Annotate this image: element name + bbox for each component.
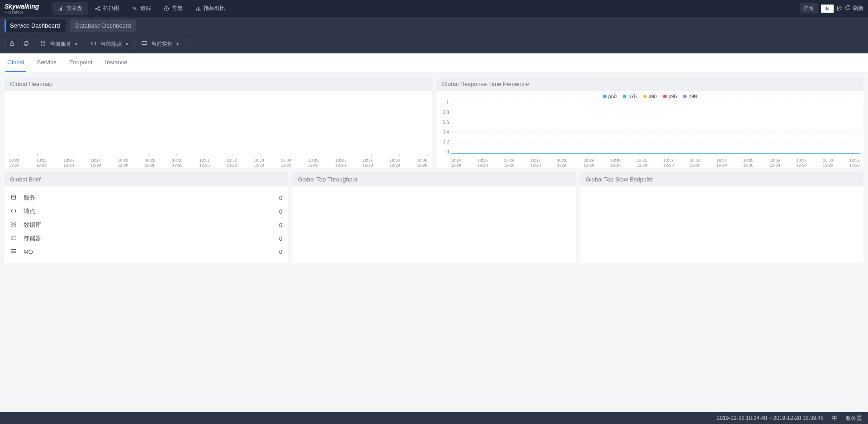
brief-value: 0 xyxy=(279,235,282,242)
auto-refresh-toggle[interactable]: 自动 xyxy=(800,3,818,14)
top-navbar: Skywalking Rocketbot 仪表盘 拓扑图 追踪 告警 指标对比 … xyxy=(0,0,868,17)
nav-label: 告警 xyxy=(172,5,183,12)
trace-icon xyxy=(132,6,138,11)
dashboard-grid: Global Heatmap 18:2412-2818:2512-2818:26… xyxy=(0,72,868,267)
brief-value: 0 xyxy=(279,195,282,201)
brief-row: MQ0 xyxy=(10,245,282,258)
x-tick: 18:3712-28 xyxy=(796,158,806,168)
x-tick: 18:2912-28 xyxy=(145,158,155,168)
tab-instance[interactable]: Instance xyxy=(103,53,129,72)
reload-button[interactable] xyxy=(19,38,33,50)
svg-point-21 xyxy=(12,195,16,196)
bar-chart-icon xyxy=(58,6,63,11)
x-tick: 18:3512-28 xyxy=(308,158,318,168)
brief-row: 数据库0 xyxy=(10,218,282,232)
tab-service-dashboard[interactable]: Service Dashboard xyxy=(5,19,66,32)
database-icon xyxy=(10,194,17,202)
x-tick: 18:2412-28 xyxy=(9,158,19,168)
brand-logo: Skywalking Rocketbot xyxy=(5,3,39,14)
brief-row: 存储器0 xyxy=(10,232,282,245)
svg-rect-17 xyxy=(10,43,14,45)
slow-body xyxy=(580,186,863,209)
selector-label: 当前服务 xyxy=(50,40,71,48)
selector-toolbar: 当前服务 ▾ 当前端点 ▾ 当前实例 ▾ xyxy=(0,34,868,53)
code-icon xyxy=(10,208,17,215)
clock-icon xyxy=(164,6,169,11)
legend-item-p99[interactable]: p99 xyxy=(683,94,697,99)
nav-trace[interactable]: 追踪 xyxy=(127,2,157,15)
svg-rect-16 xyxy=(199,9,200,10)
panel-title: Global Heatmap xyxy=(5,77,432,91)
x-tick: 18:3612-28 xyxy=(770,158,780,168)
x-tick: 18:2412-28 xyxy=(451,158,461,168)
reload-icon xyxy=(23,40,29,48)
panel-title: Global Brief xyxy=(5,172,288,186)
topbar-right: 自动 秒 刷新 xyxy=(800,3,863,14)
dashboard-type-bar: Service Dashboard Database Dashboard xyxy=(0,17,868,34)
panel-global-heatmap: Global Heatmap 18:2412-2818:2512-2818:26… xyxy=(5,77,432,168)
nav-label: 拓扑图 xyxy=(103,5,119,12)
tab-global[interactable]: Global xyxy=(5,53,26,72)
x-tick: 18:2812-28 xyxy=(557,158,568,168)
panel-title: Global Top Slow Endpoint xyxy=(580,172,863,186)
y-tick: 0 xyxy=(436,149,449,154)
x-tick: 18:3912-28 xyxy=(417,158,427,168)
x-tick: 18:3112-28 xyxy=(637,158,647,168)
selector-label: 当前端点 xyxy=(100,40,122,48)
svg-point-3 xyxy=(95,8,97,9)
brief-value: 0 xyxy=(279,248,282,255)
y-tick: 0.4 xyxy=(436,129,449,134)
legend-item-p75[interactable]: p75 xyxy=(623,94,636,99)
x-tick: 18:2512-28 xyxy=(477,158,488,168)
svg-rect-1 xyxy=(60,8,61,10)
legend-dot xyxy=(603,95,607,98)
tab-database-dashboard[interactable]: Database Dashboard xyxy=(70,19,137,32)
brief-label: 存储器 xyxy=(24,234,273,243)
panel-title: Global Top Throughput xyxy=(292,172,575,186)
legend-item-p50[interactable]: p50 xyxy=(603,94,617,99)
refresh-interval-input[interactable] xyxy=(821,5,834,13)
brief-value: 0 xyxy=(279,222,282,229)
svg-point-22 xyxy=(12,222,16,223)
svg-rect-0 xyxy=(59,9,60,10)
x-tick: 18:3512-28 xyxy=(743,158,754,168)
brief-label: 数据库 xyxy=(24,221,273,229)
nav-alarm[interactable]: 告警 xyxy=(158,2,188,15)
x-tick: 18:3212-28 xyxy=(227,158,237,168)
y-tick: 0.8 xyxy=(436,110,449,115)
svg-rect-15 xyxy=(198,7,199,11)
current-endpoint-selector[interactable]: 当前端点 ▾ xyxy=(84,38,135,50)
brief-row: 端点0 xyxy=(10,205,282,218)
brief-label: 端点 xyxy=(24,207,273,215)
refresh-button[interactable]: 刷新 xyxy=(844,5,863,12)
refresh-label: 刷新 xyxy=(853,5,863,12)
lock-button[interactable] xyxy=(5,38,19,50)
panel-top-slow-endpoint: Global Top Slow Endpoint xyxy=(580,172,863,263)
brief-row: 服务0 xyxy=(10,191,282,205)
nav-label: 追踪 xyxy=(140,5,151,12)
svg-rect-2 xyxy=(62,6,62,10)
tab-service[interactable]: Service xyxy=(35,53,58,72)
legend-item-p90[interactable]: p90 xyxy=(643,94,657,99)
code-icon xyxy=(90,40,97,48)
legend-label: p99 xyxy=(688,94,697,99)
x-tick: 18:2912-28 xyxy=(583,158,594,168)
nav-compare[interactable]: 指标对比 xyxy=(190,2,231,15)
chevron-down-icon: ▾ xyxy=(176,42,179,47)
nav-topology[interactable]: 拓扑图 xyxy=(90,2,125,15)
nav-dashboard[interactable]: 仪表盘 xyxy=(52,2,88,15)
x-tick: 18:3312-28 xyxy=(690,158,700,168)
x-tick: 18:2612-28 xyxy=(504,158,514,168)
x-tick: 18:3812-28 xyxy=(389,158,400,168)
x-tick: 18:3412-28 xyxy=(281,158,291,168)
brief-label: MQ xyxy=(24,248,273,255)
legend-item-p95[interactable]: p95 xyxy=(663,94,677,99)
y-tick: 0.6 xyxy=(436,120,449,125)
interval-unit: 秒 xyxy=(836,5,842,12)
svg-line-7 xyxy=(97,9,99,10)
current-service-selector[interactable]: 当前服务 ▾ xyxy=(33,38,84,50)
brand-name: Skywalking xyxy=(5,3,39,10)
current-instance-selector[interactable]: 当前实例 ▾ xyxy=(135,38,185,50)
svg-point-4 xyxy=(99,6,100,8)
tab-endpoint[interactable]: Endpoint xyxy=(67,53,94,72)
